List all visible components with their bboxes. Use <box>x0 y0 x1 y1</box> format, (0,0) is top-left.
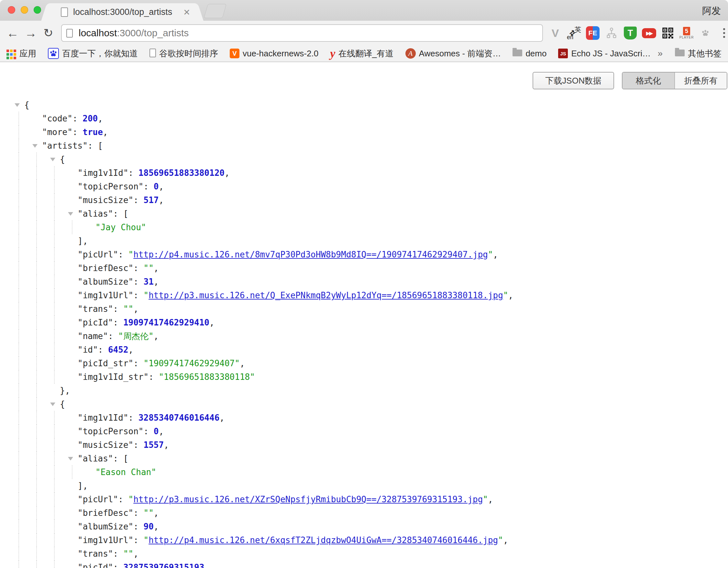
bookmark-item-6[interactable]: demo <box>513 49 546 59</box>
page-content: 下载JSON数据 格式化 折叠所有 {"code": 200,"more": t… <box>0 62 728 568</box>
indent-guide <box>18 316 19 329</box>
json-line: "picUrl": "http://p3.music.126.net/XZrSQ… <box>0 493 728 506</box>
json-line: "trans": "", <box>0 547 728 561</box>
indent-guide <box>18 207 19 220</box>
indent-guide <box>54 234 55 248</box>
zoom-window-button[interactable] <box>34 6 41 14</box>
indent-guide <box>54 357 55 370</box>
json-url-link[interactable]: http://p3.music.126.net/Q_ExePNkmqB2yWyL… <box>149 291 503 300</box>
json-url-link[interactable]: http://p3.music.126.net/XZrSQeNpsfjyRmib… <box>133 495 483 504</box>
address-bar[interactable]: localhost :3000/top_artists <box>61 24 543 42</box>
indent-guide <box>36 316 37 329</box>
indent-guide <box>18 547 19 561</box>
json-line: "more": true, <box>0 125 728 139</box>
indent-guide <box>54 329 55 343</box>
bookmark-item-4[interactable]: y在线翻译_有道 <box>330 48 393 59</box>
json-line: { <box>0 152 728 166</box>
indent-guide <box>72 220 72 234</box>
collapse-toggle-icon[interactable] <box>50 403 55 406</box>
vue-devtools-icon[interactable]: V <box>548 25 562 41</box>
back-button[interactable]: ← <box>6 25 19 41</box>
browser-menu-icon[interactable] <box>717 25 728 41</box>
indent-guide <box>54 220 55 234</box>
bookmark-item-1[interactable]: 百度一下，你就知道 <box>48 48 138 59</box>
indent-guide <box>36 289 37 302</box>
json-line: "picId": 19097417462929410, <box>0 316 728 329</box>
indent-guide <box>18 166 19 180</box>
bookmark-item-3[interactable]: Vvue-hackernews-2.0 <box>230 49 318 59</box>
indent-guide <box>54 411 55 425</box>
bookmark-item-0[interactable]: 应用 <box>6 48 36 59</box>
indent-guide <box>36 425 37 438</box>
reload-button[interactable]: ↻ <box>43 25 53 41</box>
indent-guide <box>36 152 37 166</box>
download-json-button[interactable]: 下载JSON数据 <box>533 72 614 89</box>
bookmark-item-7[interactable]: JSEcho JS - JavaScri… <box>558 49 651 59</box>
bookmark-label: 在线翻译_有道 <box>338 48 393 59</box>
json-url-link[interactable]: http://p4.music.126.net/6xqsfT2ZLjdqzbwO… <box>149 535 498 545</box>
indent-guide <box>54 302 55 316</box>
youdao-icon: y <box>330 48 335 59</box>
bookmarks-overflow-chevron[interactable]: » <box>655 48 665 59</box>
indent-guide <box>18 343 19 357</box>
indent-guide <box>36 166 37 180</box>
html5-player-icon[interactable]: 5PLAYER <box>679 25 694 41</box>
view-mode-segmented-control: 格式化 折叠所有 <box>622 72 727 89</box>
json-line: ], <box>0 234 728 248</box>
minimize-window-button[interactable] <box>21 6 28 14</box>
indent-guide <box>36 533 37 547</box>
indent-guide <box>36 438 37 452</box>
tampermonkey-icon[interactable]: T <box>623 25 637 41</box>
bookmark-label: 其他书签 <box>688 48 722 59</box>
json-line: "artists": [ <box>0 139 728 152</box>
json-url-link[interactable]: http://p4.music.126.net/8mv7qP30Pd3oHW8b… <box>133 250 488 259</box>
paw-icon[interactable] <box>698 25 712 41</box>
indent-guide <box>18 384 19 397</box>
collapse-toggle-icon[interactable] <box>68 457 73 461</box>
qrcode-icon[interactable] <box>661 25 675 41</box>
bookmarks-bar: 应用百度一下，你就知道谷歌按时间排序Vvue-hackernews-2.0y在线… <box>0 45 728 62</box>
bookmark-other-folder[interactable]: 其他书签 <box>675 48 722 59</box>
bookmark-item-5[interactable]: AAwesomes - 前端资… <box>405 48 501 59</box>
profile-name[interactable]: 阿发 <box>702 5 721 17</box>
indent-guide <box>18 302 19 316</box>
indent-guide <box>18 397 19 411</box>
sitemap-icon[interactable] <box>604 25 619 41</box>
indent-guide <box>36 465 37 479</box>
indent-guide <box>18 493 19 506</box>
video-player-icon[interactable]: ▶▶ <box>642 25 656 41</box>
indent-guide <box>36 561 37 568</box>
collapse-toggle-icon[interactable] <box>68 212 73 216</box>
indent-guide <box>54 561 55 568</box>
indent-guide <box>18 506 19 520</box>
collapse-all-button[interactable]: 折叠所有 <box>674 72 727 89</box>
close-window-button[interactable] <box>8 6 15 14</box>
bookmarks-right: » 其他书签 <box>655 48 722 59</box>
url-path: :3000/top_artists <box>117 28 189 39</box>
collapse-toggle-icon[interactable] <box>50 158 55 161</box>
fe-icon[interactable]: FE <box>586 25 600 41</box>
json-line: "albumSize": 90, <box>0 520 728 533</box>
translate-icon[interactable]: 英en⇄ <box>567 25 581 41</box>
collapse-toggle-icon[interactable] <box>15 103 20 107</box>
collapse-toggle-icon[interactable] <box>32 144 38 148</box>
format-button[interactable]: 格式化 <box>623 72 674 89</box>
indent-guide <box>18 152 19 166</box>
indent-guide <box>18 234 19 248</box>
json-line: "Eason Chan" <box>0 465 728 479</box>
indent-guide <box>54 465 55 479</box>
forward-button[interactable]: → <box>25 25 37 41</box>
indent-guide <box>36 520 37 533</box>
json-view: {"code": 200,"more": true,"artists": [{"… <box>0 98 728 568</box>
tab-close-icon[interactable]: ✕ <box>183 7 190 17</box>
json-line: ], <box>0 479 728 493</box>
indent-guide <box>54 438 55 452</box>
baidu-paw-icon <box>48 48 59 59</box>
indent-guide <box>54 248 55 261</box>
json-line: { <box>0 397 728 411</box>
indent-guide <box>54 533 55 547</box>
bookmark-item-2[interactable]: 谷歌按时间排序 <box>149 48 218 59</box>
new-tab-button[interactable] <box>204 4 227 18</box>
indent-guide <box>18 438 19 452</box>
tab-localhost[interactable]: localhost:3000/top_artists ✕ <box>49 3 196 21</box>
